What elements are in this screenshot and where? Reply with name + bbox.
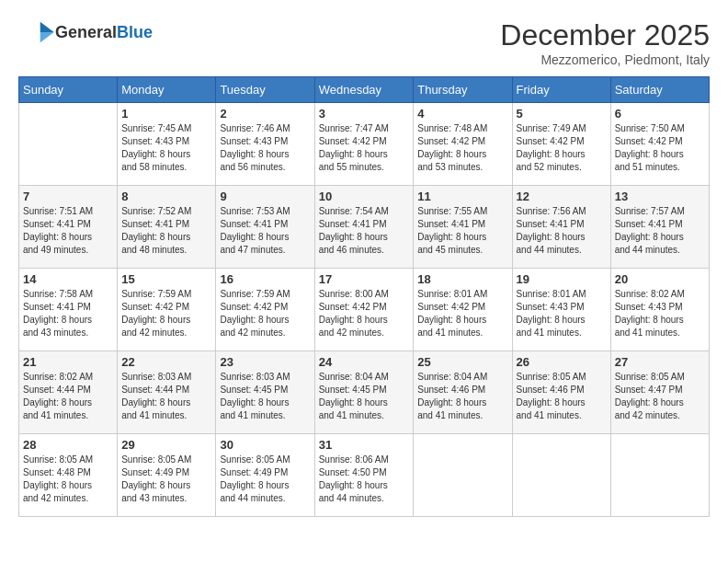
cell-info: Sunrise: 7:50 AM Sunset: 4:42 PM Dayligh… [615, 122, 705, 174]
day-number: 15 [121, 272, 211, 286]
day-number: 30 [220, 438, 310, 452]
day-number: 23 [220, 355, 310, 369]
calendar-cell: 8Sunrise: 7:52 AM Sunset: 4:41 PM Daylig… [118, 186, 216, 269]
day-number: 22 [121, 355, 211, 369]
day-number: 7 [23, 190, 113, 203]
cell-info: Sunrise: 8:05 AM Sunset: 4:48 PM Dayligh… [23, 454, 113, 505]
cell-info: Sunrise: 8:02 AM Sunset: 4:44 PM Dayligh… [23, 371, 113, 422]
col-friday: Friday [512, 77, 610, 103]
cell-info: Sunrise: 8:03 AM Sunset: 4:44 PM Dayligh… [121, 371, 211, 422]
cell-info: Sunrise: 7:45 AM Sunset: 4:43 PM Dayligh… [121, 122, 211, 174]
calendar-cell: 19Sunrise: 8:01 AM Sunset: 4:43 PM Dayli… [512, 269, 610, 351]
calendar-header-row: Sunday Monday Tuesday Wednesday Thursday… [19, 77, 710, 103]
calendar-cell [414, 434, 512, 517]
calendar-cell: 10Sunrise: 7:54 AM Sunset: 4:41 PM Dayli… [314, 186, 414, 269]
col-monday: Monday [118, 77, 216, 103]
calendar-cell: 13Sunrise: 7:57 AM Sunset: 4:41 PM Dayli… [610, 186, 709, 269]
title-section: December 2025 Mezzomerico, Piedmont, Ita… [500, 18, 710, 67]
day-number: 9 [220, 190, 310, 203]
day-number: 11 [417, 190, 507, 203]
day-number: 3 [319, 107, 410, 121]
day-number: 27 [615, 355, 705, 369]
calendar-week-row: 1Sunrise: 7:45 AM Sunset: 4:43 PM Daylig… [19, 103, 710, 186]
day-number: 4 [417, 107, 507, 121]
logo-icon [18, 18, 55, 46]
calendar-cell: 16Sunrise: 7:59 AM Sunset: 4:42 PM Dayli… [216, 269, 314, 351]
calendar-cell [19, 103, 118, 186]
day-number: 13 [615, 190, 705, 203]
cell-info: Sunrise: 8:05 AM Sunset: 4:49 PM Dayligh… [220, 454, 310, 505]
page-header: GeneralBlue December 2025 Mezzomerico, P… [18, 18, 710, 67]
cell-info: Sunrise: 7:59 AM Sunset: 4:42 PM Dayligh… [121, 288, 211, 339]
day-number: 21 [23, 355, 113, 369]
calendar-cell: 28Sunrise: 8:05 AM Sunset: 4:48 PM Dayli… [19, 434, 118, 517]
day-number: 28 [23, 438, 113, 452]
cell-info: Sunrise: 8:03 AM Sunset: 4:45 PM Dayligh… [220, 371, 310, 422]
cell-info: Sunrise: 7:46 AM Sunset: 4:43 PM Dayligh… [220, 122, 310, 174]
svg-marker-1 [40, 32, 54, 42]
day-number: 2 [220, 107, 310, 121]
cell-info: Sunrise: 8:05 AM Sunset: 4:46 PM Dayligh… [517, 371, 607, 422]
cell-info: Sunrise: 7:49 AM Sunset: 4:42 PM Dayligh… [517, 122, 607, 174]
calendar-cell: 21Sunrise: 8:02 AM Sunset: 4:44 PM Dayli… [19, 351, 118, 434]
cell-info: Sunrise: 7:53 AM Sunset: 4:41 PM Dayligh… [220, 205, 310, 257]
calendar-cell [610, 434, 709, 517]
cell-info: Sunrise: 8:04 AM Sunset: 4:46 PM Dayligh… [417, 371, 507, 422]
calendar-week-row: 7Sunrise: 7:51 AM Sunset: 4:41 PM Daylig… [19, 186, 710, 269]
day-number: 12 [517, 190, 607, 203]
day-number: 20 [615, 272, 705, 286]
day-number: 8 [121, 190, 211, 203]
calendar-cell: 22Sunrise: 8:03 AM Sunset: 4:44 PM Dayli… [118, 351, 216, 434]
calendar-cell: 31Sunrise: 8:06 AM Sunset: 4:50 PM Dayli… [314, 434, 414, 517]
calendar-week-row: 28Sunrise: 8:05 AM Sunset: 4:48 PM Dayli… [19, 434, 710, 517]
day-number: 19 [517, 272, 607, 286]
calendar-cell: 9Sunrise: 7:53 AM Sunset: 4:41 PM Daylig… [216, 186, 314, 269]
cell-info: Sunrise: 8:06 AM Sunset: 4:50 PM Dayligh… [319, 454, 410, 505]
calendar-cell [512, 434, 610, 517]
location: Mezzomerico, Piedmont, Italy [500, 52, 710, 67]
cell-info: Sunrise: 8:01 AM Sunset: 4:42 PM Dayligh… [417, 288, 507, 339]
calendar-cell: 26Sunrise: 8:05 AM Sunset: 4:46 PM Dayli… [512, 351, 610, 434]
calendar-cell: 3Sunrise: 7:47 AM Sunset: 4:42 PM Daylig… [314, 103, 414, 186]
cell-info: Sunrise: 8:00 AM Sunset: 4:42 PM Dayligh… [319, 288, 410, 339]
cell-info: Sunrise: 7:57 AM Sunset: 4:41 PM Dayligh… [615, 205, 705, 257]
col-thursday: Thursday [414, 77, 512, 103]
day-number: 31 [319, 438, 410, 452]
cell-info: Sunrise: 7:51 AM Sunset: 4:41 PM Dayligh… [23, 205, 113, 257]
calendar-cell: 12Sunrise: 7:56 AM Sunset: 4:41 PM Dayli… [512, 186, 610, 269]
calendar-cell: 20Sunrise: 8:02 AM Sunset: 4:43 PM Dayli… [610, 269, 709, 351]
calendar-cell: 5Sunrise: 7:49 AM Sunset: 4:42 PM Daylig… [512, 103, 610, 186]
calendar-cell: 1Sunrise: 7:45 AM Sunset: 4:43 PM Daylig… [118, 103, 216, 186]
day-number: 16 [220, 272, 310, 286]
calendar-cell: 15Sunrise: 7:59 AM Sunset: 4:42 PM Dayli… [118, 269, 216, 351]
cell-info: Sunrise: 7:47 AM Sunset: 4:42 PM Dayligh… [319, 122, 410, 174]
calendar-week-row: 14Sunrise: 7:58 AM Sunset: 4:41 PM Dayli… [19, 269, 710, 351]
cell-info: Sunrise: 7:48 AM Sunset: 4:42 PM Dayligh… [417, 122, 507, 174]
day-number: 17 [319, 272, 410, 286]
calendar-cell: 11Sunrise: 7:55 AM Sunset: 4:41 PM Dayli… [414, 186, 512, 269]
calendar-cell: 2Sunrise: 7:46 AM Sunset: 4:43 PM Daylig… [216, 103, 314, 186]
cell-info: Sunrise: 7:58 AM Sunset: 4:41 PM Dayligh… [23, 288, 113, 339]
svg-marker-0 [40, 22, 54, 32]
calendar-cell: 23Sunrise: 8:03 AM Sunset: 4:45 PM Dayli… [216, 351, 314, 434]
logo-blue: Blue [117, 23, 153, 41]
calendar-cell: 14Sunrise: 7:58 AM Sunset: 4:41 PM Dayli… [19, 269, 118, 351]
month-title: December 2025 [500, 18, 710, 52]
cell-info: Sunrise: 7:56 AM Sunset: 4:41 PM Dayligh… [517, 205, 607, 257]
calendar-cell: 30Sunrise: 8:05 AM Sunset: 4:49 PM Dayli… [216, 434, 314, 517]
col-sunday: Sunday [19, 77, 118, 103]
day-number: 14 [23, 272, 113, 286]
cell-info: Sunrise: 8:05 AM Sunset: 4:47 PM Dayligh… [615, 371, 705, 422]
day-number: 1 [121, 107, 211, 121]
calendar-cell: 4Sunrise: 7:48 AM Sunset: 4:42 PM Daylig… [414, 103, 512, 186]
calendar-cell: 25Sunrise: 8:04 AM Sunset: 4:46 PM Dayli… [414, 351, 512, 434]
calendar-cell: 29Sunrise: 8:05 AM Sunset: 4:49 PM Dayli… [118, 434, 216, 517]
cell-info: Sunrise: 8:02 AM Sunset: 4:43 PM Dayligh… [615, 288, 705, 339]
calendar-cell: 27Sunrise: 8:05 AM Sunset: 4:47 PM Dayli… [610, 351, 709, 434]
cell-info: Sunrise: 7:55 AM Sunset: 4:41 PM Dayligh… [417, 205, 507, 257]
day-number: 26 [517, 355, 607, 369]
calendar-cell: 24Sunrise: 8:04 AM Sunset: 4:45 PM Dayli… [314, 351, 414, 434]
cell-info: Sunrise: 8:05 AM Sunset: 4:49 PM Dayligh… [121, 454, 211, 505]
cell-info: Sunrise: 7:54 AM Sunset: 4:41 PM Dayligh… [319, 205, 410, 257]
cell-info: Sunrise: 8:01 AM Sunset: 4:43 PM Dayligh… [517, 288, 607, 339]
